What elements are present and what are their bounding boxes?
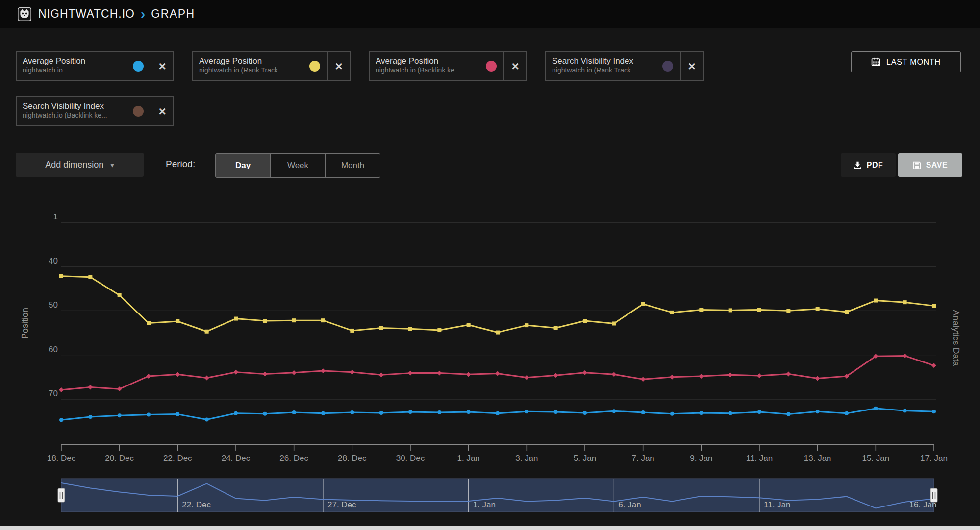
data-point: [554, 410, 558, 414]
date-range-label: LAST MONTH: [886, 58, 941, 67]
data-point: [437, 328, 441, 332]
period-option-day[interactable]: Day: [216, 154, 270, 177]
dimension-subtitle: nightwatch.io: [23, 66, 145, 74]
data-point: [757, 308, 761, 312]
save-button[interactable]: SAVE: [898, 153, 962, 177]
data-point: [583, 319, 587, 323]
navigator[interactable]: 22. Dec27. Dec1. Jan6. Jan11. Jan16. Jan: [58, 479, 937, 512]
data-point: [729, 411, 732, 415]
chart-plot-area[interactable]: [61, 216, 934, 444]
series-color-dot: [133, 106, 144, 117]
dimension-subtitle: nightwatch.io (Rank Track ...: [199, 66, 321, 74]
dimension-subtitle: nightwatch.io (Rank Track ...: [552, 66, 674, 74]
y-tick-label: 40: [49, 256, 58, 265]
handle-grip[interactable]: [58, 488, 65, 502]
x-tick-label: 5. Jan: [574, 454, 596, 463]
data-point: [350, 410, 354, 414]
y-tick-label: 50: [49, 300, 58, 310]
data-point: [379, 326, 383, 330]
data-point: [59, 274, 63, 278]
dimension-chip-5[interactable]: Search Visibility Index nightwatch.io (B…: [16, 96, 174, 126]
data-point: [118, 413, 122, 417]
x-tick-label: 24. Dec: [222, 454, 251, 463]
y-tick-label: 60: [49, 345, 58, 354]
data-point: [205, 417, 209, 421]
x-tick-label: 22. Dec: [163, 454, 192, 463]
data-point: [437, 410, 441, 414]
navigator-handle-left[interactable]: [58, 488, 65, 502]
data-point: [554, 326, 558, 330]
period-option-week[interactable]: Week: [270, 154, 325, 177]
add-dimension-button[interactable]: Add dimension ▾: [16, 153, 144, 177]
data-point: [147, 413, 151, 417]
x-tick-label: 9. Jan: [690, 454, 712, 463]
navigator-tick-label: 6. Jan: [618, 500, 641, 509]
remove-dimension-button[interactable]: ×: [151, 97, 173, 125]
x-tick-label: 13. Jan: [804, 454, 831, 463]
data-point: [874, 299, 878, 303]
breadcrumb-chevron-icon: ›: [141, 9, 145, 19]
dimension-subtitle: nightwatch.io (Backlink ke...: [23, 111, 145, 120]
data-point: [903, 300, 907, 304]
data-point: [176, 412, 179, 416]
x-tick-label: 30. Dec: [396, 454, 425, 463]
nightwatch-logo-icon[interactable]: [18, 7, 31, 21]
remove-dimension-button[interactable]: ×: [151, 52, 173, 80]
dimension-chip-body: Average Position nightwatch.io (Backlink…: [370, 52, 503, 80]
remove-dimension-button[interactable]: ×: [503, 52, 526, 80]
x-tick-label: 1. Jan: [457, 454, 480, 463]
data-point: [786, 412, 790, 416]
dimension-chip-1[interactable]: Average Position nightwatch.io ×: [16, 51, 174, 81]
page-title: GRAPH: [151, 7, 195, 21]
data-point: [612, 321, 616, 325]
x-tick-label: 20. Dec: [105, 454, 134, 463]
x-tick-label: 3. Jan: [515, 454, 538, 463]
date-range-button[interactable]: LAST MONTH: [851, 51, 961, 72]
data-point: [88, 415, 92, 419]
save-icon: [913, 161, 921, 169]
app-title[interactable]: NIGHTWATCH.IO: [38, 7, 135, 21]
data-point: [234, 411, 238, 415]
y-axis-title: Position: [20, 308, 30, 339]
remove-dimension-button[interactable]: ×: [680, 52, 703, 80]
data-point: [932, 304, 936, 308]
period-option-month[interactable]: Month: [325, 154, 380, 177]
remove-dimension-button[interactable]: ×: [327, 52, 350, 80]
page-bottom-strip: [0, 526, 980, 530]
data-point: [525, 323, 528, 327]
data-point: [699, 411, 703, 415]
dimension-chip-2[interactable]: Average Position nightwatch.io (Rank Tra…: [192, 51, 351, 81]
navigator-tick-label: 22. Dec: [182, 500, 211, 509]
data-point: [583, 411, 587, 415]
data-point: [845, 411, 849, 415]
series-color-dot: [662, 61, 673, 72]
x-tick-label: 18. Dec: [47, 454, 76, 463]
data-point: [292, 318, 296, 322]
pdf-label: PDF: [867, 161, 883, 169]
data-point: [641, 302, 645, 306]
data-point: [496, 331, 500, 335]
data-point: [263, 412, 267, 416]
data-point: [292, 410, 296, 414]
data-point: [408, 327, 412, 331]
export-pdf-button[interactable]: PDF: [841, 153, 896, 177]
data-point: [670, 311, 674, 314]
x-tick-label: 17. Jan: [920, 454, 948, 463]
dimension-chip-4[interactable]: Search Visibility Index nightwatch.io (R…: [545, 51, 704, 81]
y-tick-label: 1: [53, 212, 58, 221]
series-color-dot: [486, 61, 497, 72]
data-point: [350, 329, 354, 333]
dimension-chip-3[interactable]: Average Position nightwatch.io (Backlink…: [369, 51, 527, 81]
navigator-tick-label: 11. Jan: [764, 500, 791, 509]
data-point: [321, 411, 325, 415]
data-point: [321, 318, 325, 322]
data-point: [118, 293, 122, 297]
handle-grip[interactable]: [930, 488, 937, 502]
data-point: [176, 319, 179, 323]
dimension-chip-body: Search Visibility Index nightwatch.io (R…: [546, 52, 680, 80]
navigator-handle-right[interactable]: [930, 488, 937, 502]
data-point: [147, 321, 151, 325]
dimension-title: Search Visibility Index: [23, 101, 145, 111]
data-point: [932, 410, 936, 413]
nightwatch-graph-page: NIGHTWATCH.IO › GRAPH Average Position n…: [0, 0, 980, 530]
